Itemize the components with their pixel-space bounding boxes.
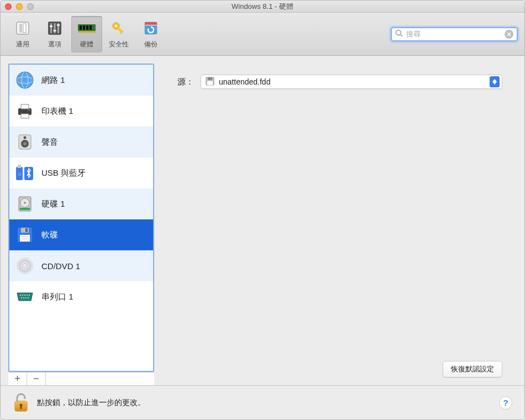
svg-point-24 [396,30,401,35]
serial-port-icon [15,287,35,307]
toolbar-item-label: 選項 [48,40,61,49]
toolbar: 通用 選項 硬體 安全性 備份 [1,13,524,56]
titlebar: Windows 8.1 - 硬體 [1,1,524,13]
close-window-button[interactable] [5,3,12,10]
sidebar-footer: + − [8,372,154,385]
hardware-sidebar: 網路 1 印表機 1 聲音 ⎍ [8,64,154,372]
search-input[interactable] [406,30,501,38]
svg-point-59 [20,295,21,296]
sidebar-item-label: 軟碟 [41,230,58,240]
sidebar-item-network[interactable]: 網路 1 [9,65,153,96]
toolbar-item-security[interactable]: 安全性 [103,16,134,53]
svg-point-66 [25,297,27,298]
svg-rect-11 [80,25,82,30]
search-box[interactable] [391,27,518,41]
select-arrows-icon [490,76,500,87]
svg-rect-41 [18,165,21,168]
toolbar-item-general[interactable]: 通用 [7,16,38,53]
svg-rect-50 [25,228,28,232]
svg-rect-12 [83,25,85,30]
svg-text:⎍: ⎍ [18,172,21,177]
minimize-window-button[interactable] [16,3,23,10]
svg-marker-72 [492,82,497,85]
svg-rect-76 [20,406,22,409]
svg-point-60 [22,295,23,296]
svg-rect-0 [17,22,29,34]
sidebar-item-label: 聲音 [41,137,58,148]
toolbar-item-label: 硬體 [80,40,93,49]
key-icon [109,19,128,38]
sidebar-item-printer[interactable]: 印表機 1 [9,96,153,127]
window-title: Windows 8.1 - 硬體 [5,2,520,12]
cd-icon [15,256,35,276]
svg-point-35 [29,109,30,111]
search-icon [395,29,403,39]
sidebar-item-usb-bluetooth[interactable]: ⎍ USB 與藍牙 [9,158,153,188]
svg-rect-14 [90,25,92,30]
globe-icon [15,70,35,90]
sidebar-item-floppy[interactable]: 軟碟 [9,219,153,250]
svg-rect-5 [54,23,56,33]
toolbar-item-hardware[interactable]: 硬體 [71,16,102,53]
floppy-icon [15,225,35,245]
svg-rect-47 [20,208,30,210]
svg-point-38 [23,142,27,145]
svg-rect-70 [207,81,213,85]
sidebar-add-button[interactable]: + [8,372,27,385]
svg-rect-2 [23,24,26,33]
printer-icon [15,101,35,121]
svg-point-63 [29,295,30,296]
svg-rect-15 [78,31,96,33]
sidebar-item-sound[interactable]: 聲音 [9,127,153,158]
svg-rect-1 [19,24,22,33]
sidebar-item-label: CD/DVD 1 [41,261,80,271]
sidebar-item-hdd[interactable]: 硬碟 1 [9,188,153,219]
svg-rect-9 [57,24,60,26]
search-clear-button[interactable] [505,30,513,39]
svg-point-65 [23,297,24,298]
footer-bar: 點按鎖，以防止進一步的更改。 ? [1,385,524,419]
svg-line-25 [401,35,403,37]
source-select-value: unattended.fdd [219,77,485,86]
svg-rect-69 [208,77,212,80]
sidebar-item-label: 串列口 1 [41,292,74,302]
sidebar-list[interactable]: 網路 1 印表機 1 聲音 ⎍ [9,65,153,371]
lock-hint-text: 點按鎖，以防止進一步的更改。 [37,398,491,408]
usb-bluetooth-icon: ⎍ [15,163,35,183]
sidebar-remove-button[interactable]: − [27,372,46,385]
source-row: 源： unattended.fdd [177,75,502,89]
svg-point-46 [24,202,26,204]
toolbar-item-backup[interactable]: 備份 [135,16,166,53]
sidebar-wrap: 網路 1 印表機 1 聲音 ⎍ [1,56,161,385]
speaker-icon [15,132,35,152]
source-label: 源： [177,77,194,87]
sidebar-item-label: USB 與藍牙 [41,168,86,179]
sidebar-item-cddvd[interactable]: CD/DVD 1 [9,250,153,281]
svg-rect-34 [21,114,29,118]
restore-defaults-button[interactable]: 恢復默認設定 [443,361,502,377]
toolbar-item-options[interactable]: 選項 [39,16,70,53]
zoom-window-button[interactable] [27,3,34,10]
svg-point-58 [24,265,26,267]
switch-icon [13,19,32,38]
svg-rect-8 [54,30,56,32]
floppy-small-icon [206,77,214,87]
svg-rect-13 [86,25,88,30]
traffic-lights [5,3,34,10]
sidebar-item-serial[interactable]: 串列口 1 [9,281,153,312]
lock-icon[interactable] [13,392,29,413]
svg-point-64 [21,297,22,298]
svg-rect-4 [50,23,52,33]
toolbar-item-label: 通用 [16,40,29,49]
backup-icon [141,19,160,38]
svg-point-17 [115,25,117,27]
help-button[interactable]: ? [499,396,512,410]
content-area: 網路 1 印表機 1 聲音 ⎍ [1,56,524,385]
ram-icon [77,19,96,38]
sliders-icon [45,19,64,38]
svg-rect-7 [50,25,53,27]
source-select[interactable]: unattended.fdd [201,75,502,89]
svg-point-67 [28,297,29,298]
sidebar-item-label: 硬碟 1 [41,199,65,209]
toolbar-item-label: 備份 [144,40,158,49]
